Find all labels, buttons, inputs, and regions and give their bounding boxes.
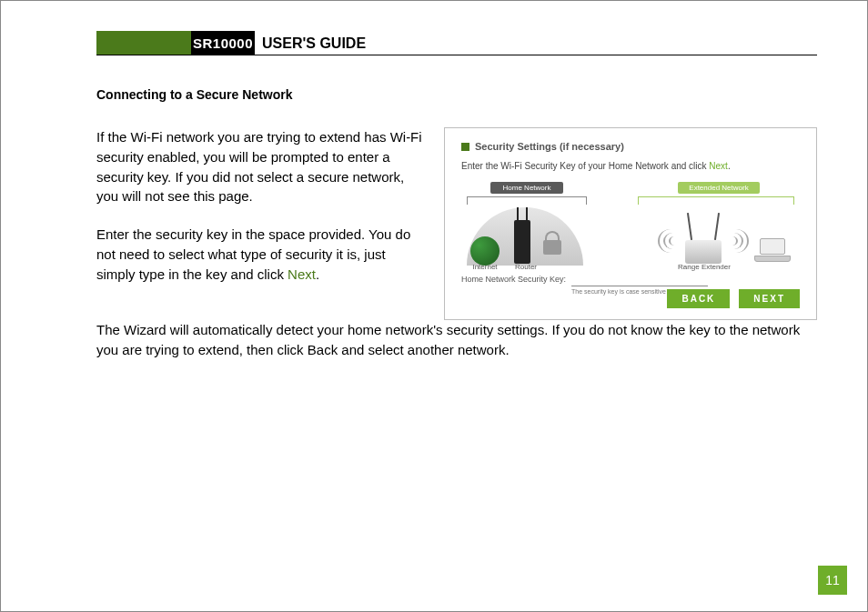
next-button[interactable]: NEXT bbox=[739, 289, 800, 308]
page: SR10000 USER'S GUIDE Connecting to a Sec… bbox=[0, 0, 868, 612]
network-diagram: Home Network Extended Network bbox=[467, 182, 794, 269]
home-network-tab: Home Network bbox=[490, 182, 563, 194]
paragraph-1: If the Wi-Fi network you are trying to e… bbox=[96, 127, 424, 206]
guide-title: USER'S GUIDE bbox=[262, 35, 366, 55]
para2-text: Enter the security key in the space prov… bbox=[96, 226, 410, 282]
figure-title-row: Security Settings (if necessary) bbox=[461, 141, 800, 152]
text-column: If the Wi-Fi network you are trying to e… bbox=[96, 127, 424, 320]
label-range-extender: Range Extender bbox=[663, 263, 745, 271]
wifi-wave-left-icon bbox=[661, 229, 678, 253]
figure-title: Security Settings (if necessary) bbox=[475, 141, 624, 152]
product-badge: SR10000 bbox=[191, 31, 255, 55]
two-column: If the Wi-Fi network you are trying to e… bbox=[96, 127, 817, 320]
figure-sub-a: Enter the Wi-Fi Security Key of your Hom… bbox=[461, 161, 709, 171]
paragraph-2: Enter the security key in the space prov… bbox=[96, 225, 424, 284]
section-title: Connecting to a Secure Network bbox=[96, 87, 817, 102]
bracket-left bbox=[467, 196, 587, 205]
laptop-icon bbox=[754, 238, 789, 260]
figure-sub-next: Next bbox=[709, 161, 728, 171]
figure-sub-c: . bbox=[728, 161, 731, 171]
security-key-input[interactable] bbox=[571, 275, 708, 286]
range-extender-icon bbox=[685, 216, 722, 264]
figure-security-settings: Security Settings (if necessary) Enter t… bbox=[444, 127, 817, 320]
next-word: Next bbox=[288, 266, 316, 282]
para2-tail: . bbox=[316, 266, 319, 282]
header-bar: SR10000 USER'S GUIDE bbox=[96, 31, 817, 55]
security-key-label: Home Network Security Key: bbox=[461, 275, 566, 284]
router-icon bbox=[514, 220, 530, 264]
paragraph-3: The Wizard will automatically detect you… bbox=[96, 320, 817, 360]
figure-button-row: BACK NEXT bbox=[667, 289, 800, 308]
bracket-right bbox=[638, 196, 794, 205]
body: Connecting to a Secure Network If the Wi… bbox=[96, 87, 817, 374]
lock-icon bbox=[543, 233, 565, 255]
header-green-block bbox=[96, 31, 191, 55]
diagram-labels: Internet Router Range Extender bbox=[467, 263, 794, 271]
green-square-icon bbox=[461, 143, 469, 151]
extended-network-tab: Extended Network bbox=[678, 182, 760, 194]
figure-subtitle: Enter the Wi-Fi Security Key of your Hom… bbox=[461, 161, 800, 171]
page-number: 11 bbox=[818, 566, 847, 595]
label-router: Router bbox=[503, 263, 549, 271]
wifi-wave-right-icon bbox=[729, 229, 745, 253]
back-button[interactable]: BACK bbox=[667, 289, 730, 308]
globe-icon bbox=[470, 236, 500, 266]
label-internet: Internet bbox=[467, 263, 503, 271]
